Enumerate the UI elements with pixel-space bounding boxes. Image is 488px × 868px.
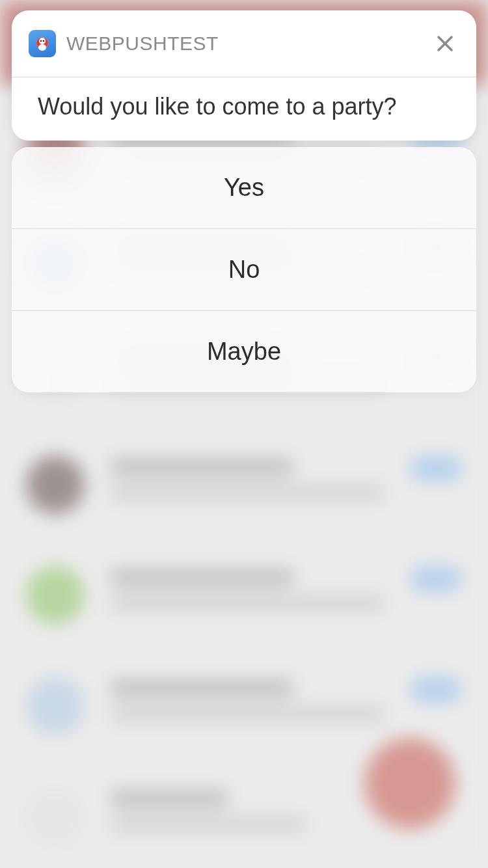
action-maybe-button[interactable]: Maybe xyxy=(12,310,476,392)
app-icon xyxy=(29,30,56,57)
close-icon xyxy=(435,34,455,53)
svg-point-4 xyxy=(40,40,42,42)
notification-actions: Yes No Maybe xyxy=(12,147,476,392)
action-no-button[interactable]: No xyxy=(12,228,476,310)
notification-header: WEBPUSHTEST xyxy=(12,10,476,77)
notification-app-name: WEBPUSHTEST xyxy=(66,33,431,55)
notification-message: Would you like to come to a party? xyxy=(38,92,450,121)
close-button[interactable] xyxy=(431,29,459,58)
push-notification-card: WEBPUSHTEST Would you like to come to a … xyxy=(12,10,476,141)
svg-point-5 xyxy=(43,40,45,42)
action-yes-button[interactable]: Yes xyxy=(12,147,476,228)
notification-body: Would you like to come to a party? xyxy=(12,77,476,141)
svg-point-2 xyxy=(38,44,46,51)
svg-point-3 xyxy=(39,38,46,44)
